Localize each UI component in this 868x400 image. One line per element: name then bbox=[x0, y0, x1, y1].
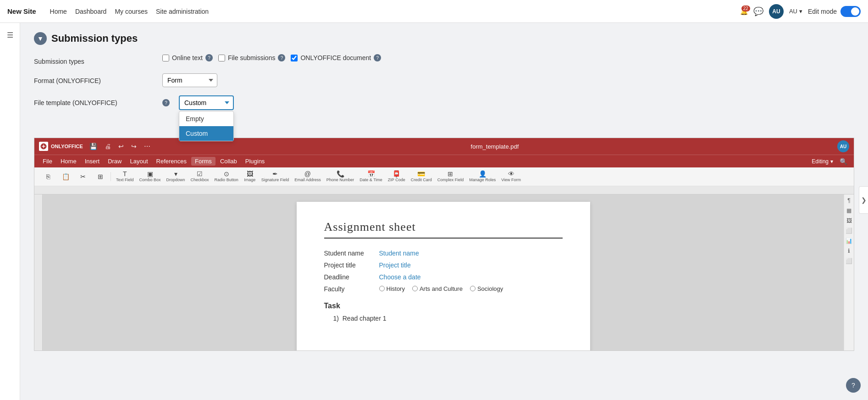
oo-date-time-btn[interactable]: 📅 Date & Time bbox=[357, 169, 385, 184]
oo-phone-number-btn[interactable]: 📞 Phone Number bbox=[324, 169, 357, 184]
oo-signature-field-btn[interactable]: ✒ Signature Field bbox=[259, 169, 292, 184]
nav-site-admin[interactable]: Site administration bbox=[156, 8, 209, 15]
oo-menu-layout[interactable]: Layout bbox=[127, 157, 152, 166]
nav-my-courses[interactable]: My courses bbox=[115, 8, 148, 15]
oo-complex-field-btn[interactable]: ⊞ Complex Field bbox=[435, 169, 466, 184]
oo-radio-button-btn[interactable]: ⊙ Radio Button bbox=[212, 169, 241, 184]
onlyoffice-checkbox-group[interactable]: ONLYOFFICE document ? bbox=[291, 54, 381, 61]
onlyoffice-checkbox[interactable] bbox=[291, 55, 298, 61]
oo-menu-draw[interactable]: Draw bbox=[104, 157, 125, 166]
oo-credit-card-btn[interactable]: 💳 Credit Card bbox=[409, 169, 434, 184]
oo-text-field-btn[interactable]: T Text Field bbox=[114, 169, 136, 184]
oo-editor-body: Assignment sheet Student name Student na… bbox=[34, 194, 854, 350]
oo-redo-btn[interactable]: ↪ bbox=[129, 142, 138, 151]
file-template-select[interactable]: Custom bbox=[179, 95, 234, 110]
onlyoffice-help-icon[interactable]: ? bbox=[374, 54, 381, 61]
oo-paste-btn[interactable]: 📋 bbox=[57, 172, 74, 181]
site-name: New Site bbox=[7, 7, 36, 15]
oo-zip-code-btn[interactable]: 📮 ZIP Code bbox=[386, 169, 408, 184]
oo-panel-square[interactable]: ⬜ bbox=[845, 257, 853, 265]
doc-project-title-value[interactable]: Project title bbox=[379, 261, 411, 269]
oo-menu-collab[interactable]: Collab bbox=[216, 157, 241, 166]
chat-icon[interactable]: 💬 bbox=[753, 6, 763, 17]
oo-editing-chevron: ▾ bbox=[830, 158, 833, 165]
oo-menu-plugins[interactable]: Plugins bbox=[242, 157, 269, 166]
online-text-help-icon[interactable]: ? bbox=[205, 54, 213, 61]
submission-types-row: Submission types Online text ? File subm… bbox=[34, 54, 854, 65]
oo-panel-image[interactable]: 🖼 bbox=[846, 217, 853, 225]
online-text-checkbox-group[interactable]: Online text ? bbox=[162, 54, 213, 61]
oo-print-btn[interactable]: 🖨 bbox=[103, 142, 113, 151]
oo-editing-label: Editing bbox=[812, 158, 829, 165]
oo-panel-info[interactable]: ℹ bbox=[847, 247, 851, 255]
file-submissions-label: File submissions bbox=[228, 54, 275, 61]
file-submissions-help-icon[interactable]: ? bbox=[278, 54, 285, 61]
oo-dropdown-btn[interactable]: ▾ Dropdown bbox=[164, 169, 188, 184]
file-template-help-icon[interactable]: ? bbox=[162, 99, 170, 106]
oo-save-btn[interactable]: 💾 bbox=[88, 142, 99, 151]
notification-badge: 22 bbox=[741, 6, 750, 11]
oo-panel-table[interactable]: ▦ bbox=[846, 206, 852, 215]
oo-more-btn[interactable]: ⋯ bbox=[142, 142, 152, 151]
oo-combo-box-btn[interactable]: ▣ Combo Box bbox=[137, 169, 163, 184]
oo-undo-btn[interactable]: ↩ bbox=[116, 142, 126, 151]
oo-panel-paragraph[interactable]: ¶ bbox=[846, 196, 851, 205]
dropdown-item-custom[interactable]: Custom bbox=[179, 126, 233, 141]
oo-search-btn[interactable]: 🔍 bbox=[838, 157, 849, 166]
online-text-checkbox[interactable] bbox=[162, 55, 169, 61]
oo-view-form-btn[interactable]: 👁 View Form bbox=[499, 169, 523, 184]
doc-radio-arts[interactable]: Arts and Culture bbox=[412, 285, 463, 292]
oo-panel-chart[interactable]: 📊 bbox=[845, 237, 853, 245]
oo-email-address-btn[interactable]: @ Email Address bbox=[292, 169, 323, 184]
oo-left-tools: ⎘ 📋 ✂ ⊞ bbox=[38, 172, 111, 181]
oo-menu-forms[interactable]: Forms bbox=[191, 157, 216, 166]
section-header: ▼ Submission types bbox=[34, 32, 854, 45]
oo-canvas[interactable]: Assignment sheet Student name Student na… bbox=[43, 194, 844, 350]
oo-editing-status[interactable]: Editing ▾ bbox=[812, 158, 833, 165]
format-label: Format (ONLYOFFICE) bbox=[34, 73, 162, 84]
doc-field-project-title: Project title Project title bbox=[324, 261, 563, 269]
oo-manage-roles-btn[interactable]: 👤 Manage Roles bbox=[467, 169, 498, 184]
oo-menu-references[interactable]: References bbox=[153, 157, 190, 166]
doc-student-name-value[interactable]: Student name bbox=[379, 250, 419, 257]
file-template-dropdown-popup: Empty Custom bbox=[179, 111, 234, 141]
dropdown-item-empty[interactable]: Empty bbox=[179, 111, 233, 126]
file-submissions-checkbox[interactable] bbox=[218, 55, 225, 61]
radio-label-sociology: Sociology bbox=[477, 285, 503, 292]
nav-dashboard[interactable]: Dashboard bbox=[75, 8, 107, 15]
oo-logo: ONLYOFFICE bbox=[39, 142, 83, 151]
collapse-icon: ▼ bbox=[37, 35, 44, 42]
help-button[interactable]: ? bbox=[846, 378, 861, 393]
oo-cut-btn[interactable]: ✂ bbox=[75, 172, 91, 181]
doc-project-title-label: Project title bbox=[324, 261, 379, 269]
sidebar-menu-icon[interactable]: ☰ bbox=[2, 27, 18, 43]
submission-types-label: Submission types bbox=[34, 54, 162, 65]
edit-mode-switch[interactable] bbox=[840, 6, 861, 17]
oo-checkbox-btn[interactable]: ☑ Checkbox bbox=[188, 169, 211, 184]
oo-image-btn[interactable]: 🖼 Image bbox=[242, 169, 258, 184]
edit-mode-toggle[interactable]: Edit mode bbox=[808, 6, 861, 17]
oo-menu-home[interactable]: Home bbox=[57, 157, 80, 166]
oo-panel-bookmark[interactable]: ⬜ bbox=[845, 227, 853, 235]
oo-copy-btn[interactable]: ⎘ bbox=[40, 172, 56, 181]
oo-format-btn[interactable]: ⊞ bbox=[92, 172, 109, 181]
radio-circle-sociology bbox=[470, 286, 475, 291]
oo-document-title: form_template.pdf bbox=[157, 143, 833, 150]
collapse-button[interactable]: ▼ bbox=[34, 32, 47, 45]
format-select[interactable]: Form bbox=[162, 73, 217, 87]
notification-bell[interactable]: 🔔 22 bbox=[740, 8, 748, 15]
oo-menu-file[interactable]: File bbox=[39, 157, 56, 166]
doc-deadline-value[interactable]: Choose a date bbox=[379, 273, 421, 281]
oo-menu-insert[interactable]: Insert bbox=[81, 157, 104, 166]
file-submissions-checkbox-group[interactable]: File submissions ? bbox=[218, 54, 285, 61]
doc-radio-sociology[interactable]: Sociology bbox=[470, 285, 503, 292]
doc-radio-history[interactable]: History bbox=[379, 285, 405, 292]
right-panel-collapse-btn[interactable]: ❯ bbox=[859, 186, 868, 214]
user-avatar[interactable]: AU bbox=[769, 4, 784, 19]
doc-field-deadline: Deadline Choose a date bbox=[324, 273, 563, 281]
user-menu[interactable]: AU ▾ bbox=[789, 8, 802, 15]
submission-types-controls: Online text ? File submissions ? ONLYOFF… bbox=[162, 54, 381, 61]
file-template-row: File template (ONLYOFFICE) ? Custom Empt… bbox=[34, 95, 854, 110]
oo-menubar: File Home Insert Draw Layout References … bbox=[34, 155, 854, 167]
nav-home[interactable]: Home bbox=[50, 8, 67, 15]
